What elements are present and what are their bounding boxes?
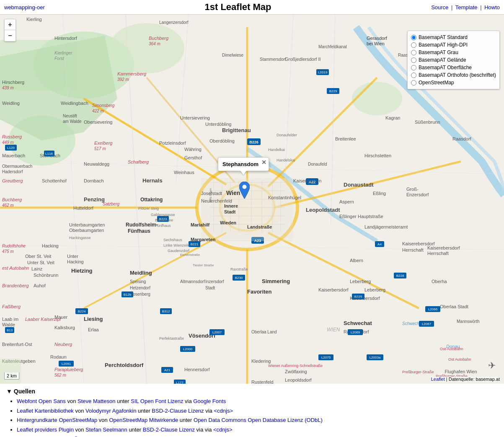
svg-text:L116: L116 (45, 152, 53, 156)
svg-text:Handelskai: Handelskai (277, 158, 295, 162)
svg-text:449 m: 449 m (2, 140, 14, 145)
map-container[interactable]: A22 A23 B226 (0, 15, 504, 384)
svg-text:Währing: Währing (184, 147, 202, 152)
svg-text:Laab im: Laab im (2, 317, 18, 322)
svg-text:Herrschaft: Herrschaft (402, 247, 424, 252)
svg-text:Neustift: Neustift (63, 114, 77, 118)
layer-option-basemapat-gelaende[interactable]: BasemapAT Gelände (411, 56, 496, 64)
svg-text:Greutberg: Greutberg (2, 178, 23, 183)
svg-text:Hutteldorf: Hutteldorf (73, 205, 94, 211)
svg-text:Speising: Speising (130, 279, 146, 284)
svg-text:364 m: 364 m (149, 42, 160, 46)
source-link[interactable]: <cdnjs> (213, 427, 233, 433)
leaflet-link[interactable]: Leaflet (431, 377, 445, 382)
source-link[interactable]: Hintergrundkarte OpenStreetMap (17, 417, 97, 423)
layer-radio-basemapat-gelaende[interactable] (411, 57, 416, 63)
svg-text:Kaisermühlen: Kaisermühlen (293, 178, 321, 183)
svg-text:Hintersdorf: Hintersdorf (54, 36, 78, 41)
svg-text:475 m: 475 m (2, 249, 14, 254)
map-popup: ✕ Stephansdom (218, 157, 269, 171)
source-link[interactable]: Google Fonts (193, 398, 226, 404)
howto-link[interactable]: Howto (484, 4, 500, 10)
site-name-link[interactable]: webmapping-oer (4, 4, 45, 10)
source-link[interactable]: Leaflet providers Plugin (17, 427, 74, 433)
svg-text:Groß-: Groß- (406, 187, 419, 192)
svg-text:Mauer: Mauer (54, 315, 68, 320)
svg-text:Gablensgasse: Gablensgasse (151, 213, 175, 217)
svg-text:L177: L177 (176, 381, 184, 384)
sources-toggle[interactable]: ▼ Quellen (6, 388, 498, 395)
layer-control: BasemapAT StandardBasemapAT High-DPIBase… (407, 31, 500, 89)
svg-text:Stammersdorf: Stammersdorf (260, 57, 286, 62)
svg-text:Schönbrunn: Schönbrunn (34, 273, 58, 278)
source-link[interactable]: SIL Open Font Lizenz (131, 398, 183, 404)
svg-text:L3319: L3319 (318, 70, 328, 74)
source-link[interactable]: Steve Matteson (78, 398, 115, 404)
source-link[interactable]: Stefan Seelmann (85, 427, 127, 433)
template-link[interactable]: Template (455, 4, 478, 10)
source-link[interactable]: Webfont Open Sans (17, 398, 66, 404)
layer-option-basemapat-orthofoto[interactable]: BasemapAT Orthofoto (beschriftet) (411, 71, 496, 79)
site-name[interactable]: webmapping-oer (4, 4, 45, 10)
layer-option-basemapat-oberflaeche[interactable]: BasemapAT Oberfläche (411, 64, 496, 71)
svg-text:Unterbaumgarten: Unterbaumgarten (69, 222, 105, 227)
svg-text:Dornbach: Dornbach (84, 178, 104, 183)
svg-text:Ober St. Veit: Ober St. Veit (25, 254, 51, 259)
svg-text:Innere: Innere (224, 203, 238, 208)
svg-text:B221: B221 (191, 242, 199, 246)
svg-text:Perfektastraße: Perfektastraße (159, 336, 184, 341)
layer-label-basemapat-orthofoto: BasemapAT Orthofoto (beschriftet) (419, 72, 496, 78)
layer-option-basemapat-standard[interactable]: BasemapAT Standard (411, 34, 496, 41)
svg-text:Hacking: Hacking (67, 259, 84, 264)
svg-text:Parapluieberg: Parapluieberg (54, 367, 83, 372)
svg-text:422 m: 422 m (92, 109, 104, 113)
svg-text:Breitensee: Breitensee (155, 218, 173, 222)
svg-text:Meidling: Meidling (130, 270, 152, 276)
svg-text:439 m: 439 m (2, 86, 14, 90)
svg-text:Handelkai: Handelkai (268, 148, 285, 152)
svg-text:Ottakring: Ottakring (140, 197, 163, 203)
source-link[interactable]: BSD-2-Clause Lizenz (143, 427, 195, 433)
svg-text:B224: B224 (78, 310, 86, 313)
layer-radio-openstreetmap[interactable] (411, 80, 416, 86)
source-link[interactable]: Source (431, 4, 448, 10)
layer-radio-basemapat-oberflaeche[interactable] (411, 65, 416, 70)
svg-text:Untersievering: Untersievering (180, 115, 210, 120)
source-link[interactable]: <cdnjs> (214, 408, 233, 414)
svg-text:B13: B13 (7, 328, 13, 332)
svg-text:Leberberg: Leberberg (364, 287, 385, 292)
layer-option-openstreetmap[interactable]: OpenStreetMap (411, 79, 496, 86)
layer-radio-basemapat-highdpi[interactable] (411, 42, 416, 48)
source-link[interactable]: Volodymyr Agafonkin (85, 408, 136, 414)
svg-text:Potzleinsdorf: Potzleinsdorf (159, 140, 186, 146)
svg-text:Faßlberg: Faßlberg (2, 304, 21, 309)
zoom-out-button[interactable]: − (5, 30, 16, 41)
layer-option-basemapat-highdpi[interactable]: BasemapAT High-DPI (411, 41, 496, 49)
source-link[interactable]: OpenStreetMap Mitwirkende (109, 417, 178, 423)
layer-radio-basemapat-grau[interactable] (411, 50, 416, 55)
svg-text:Obersievering: Obersievering (84, 120, 112, 125)
svg-text:Neulerchenfeld: Neulerchenfeld (201, 198, 232, 203)
svg-text:Buchberg: Buchberg (2, 197, 22, 202)
svg-text:Hernals: Hernals (142, 177, 163, 184)
layer-option-basemapat-grau[interactable]: BasemapAT Grau (411, 49, 496, 56)
layer-radio-basemapat-orthofoto[interactable] (411, 73, 416, 78)
svg-text:Donaufeld: Donaufeld (308, 162, 327, 166)
zoom-in-button[interactable]: + (5, 19, 16, 30)
source-link[interactable]: Open Data Commons Open Database Lizenz (… (194, 417, 323, 423)
svg-text:B12b: B12b (124, 293, 132, 297)
svg-text:WIEN: WIEN (327, 327, 340, 333)
layer-radio-basemapat-standard[interactable] (411, 35, 416, 40)
svg-text:Auhof: Auhof (34, 283, 46, 288)
popup-close[interactable]: ✕ (261, 159, 266, 165)
page-header: webmapping-oer 1st Leaflet Map Source | … (0, 0, 504, 15)
source-link[interactable]: Leaflet Kartenbibliothek (17, 408, 74, 414)
svg-text:Langenzersdorf: Langenzersdorf (159, 20, 189, 25)
svg-text:Leopoldstadt: Leopoldstadt (306, 207, 340, 213)
svg-text:L2075: L2075 (321, 356, 331, 359)
sources-section: ▼ Quellen Webfont Open Sans von Steve Ma… (0, 384, 504, 437)
svg-text:Raasdorf: Raasdorf (452, 136, 472, 141)
svg-text:Lainz: Lainz (31, 266, 43, 271)
source-link[interactable]: BSD-2-Clause Lizenz (152, 408, 204, 414)
map-marker[interactable] (239, 182, 250, 200)
